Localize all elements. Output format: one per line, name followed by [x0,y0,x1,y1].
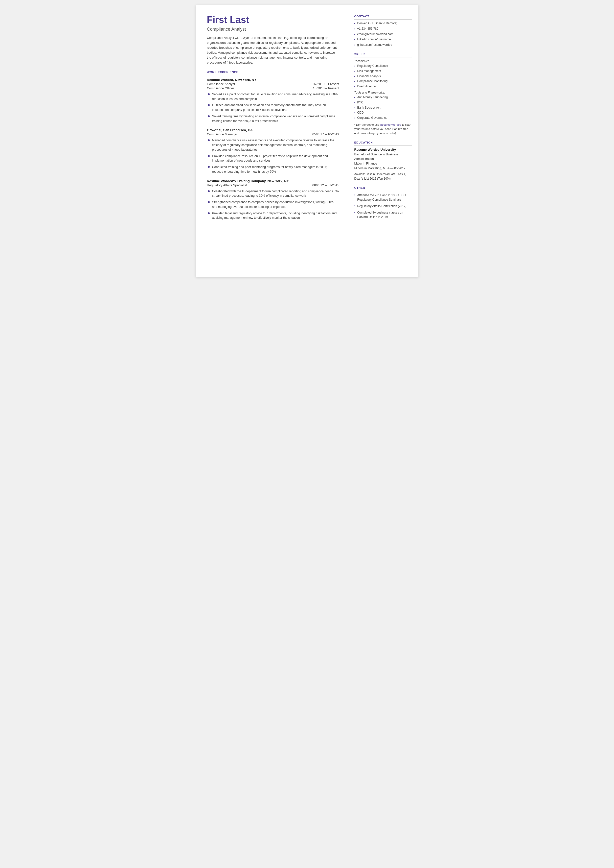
bullet-item: Managed compliance risk assessments and … [208,138,339,152]
bullet-dot [208,104,210,106]
other-section-label: OTHER [354,186,412,191]
tool-item: Bank Secrecy Act [354,106,412,110]
other-section: OTHER Attended the 2011 and 2013 NAFCU R… [354,186,412,219]
bullet-item: Provided compliance resource on 10 proje… [208,154,339,163]
contact-item-github: github.com/resumeworded [354,43,412,47]
company-block-2: Growthsi, San Francisco, CA Compliance M… [207,128,339,174]
role-title-2a: Compliance Manager [207,132,238,136]
role-title-1b: Compliance Officer [207,86,234,90]
contact-list: Denver, OH (Open to Remote) +1-234-456-7… [354,22,412,47]
bullet-item: Served as a point of contact for issue r… [208,92,339,101]
bullet-item: Outlined and analyzed new legislation an… [208,103,339,112]
candidate-summary: Compliance Analyst with 10 years of expe… [207,36,339,65]
bullets-2: Managed compliance risk assessments and … [208,138,339,174]
left-column: First Last Compliance Analyst Compliance… [196,5,348,277]
tools-label: Tools and Frameworks: [354,91,412,94]
tool-item: KYC [354,101,412,105]
bullet-dot [208,201,210,203]
promo-text: • Don't forget to use Resume Worded to s… [354,123,412,136]
company-name-1: Resume Worded, New York, NY [207,78,339,82]
contact-item-phone: +1-234-456-789 [354,27,412,31]
role-dates-1b: 10/2018 – Present [313,86,339,90]
skill-item: Risk Management [354,69,412,73]
candidate-name: First Last [207,15,339,25]
role-dates-1a: 07/2019 – Present [313,82,339,86]
role-title-3a: Regulatory Affairs Specialist [207,183,247,187]
bullets-3: Collaborated with the IT department to t… [208,189,339,220]
skills-section-label: SKILLS [354,53,412,57]
bullet-dot [208,212,210,214]
candidate-title: Compliance Analyst [207,27,339,32]
skill-item: Financial Analysis [354,75,412,79]
role-line-2a: Compliance Manager 05/2017 – 10/2019 [207,132,339,136]
tools-list: Anti Money Laundering KYC Bank Secrecy A… [354,96,412,120]
university-name: Resume Worded University [354,148,412,151]
tool-item: Anti Money Laundering [354,96,412,100]
other-item: Attended the 2011 and 2013 NAFCU Regulat… [354,193,412,202]
education-section: EDUCATION Resume Worded University Bache… [354,141,412,181]
bullet-dot [208,139,210,141]
contact-item-email: email@resumeworded.com [354,33,412,37]
other-item: Completed 8+ business classes on Harvard… [354,210,412,219]
contact-section-label: CONTACT [354,15,412,20]
skills-section: SKILLS Techniques: Regulatory Compliance… [354,53,412,136]
skill-item: Due Diligence [354,85,412,89]
bullet-dot [208,155,210,157]
right-column: CONTACT Denver, OH (Open to Remote) +1-2… [348,5,419,277]
other-list: Attended the 2011 and 2013 NAFCU Regulat… [354,193,412,219]
role-line-3a: Regulatory Affairs Specialist 08/2012 – … [207,183,339,187]
contact-item-linkedin: linkedin.com/in/username [354,37,412,42]
company-name-2: Growthsi, San Francisco, CA [207,128,339,132]
company-block-3: Resume Worded's Exciting Company, New Yo… [207,179,339,220]
skill-item: Regulatory Compliance [354,64,412,68]
resume-worded-link[interactable]: Resume Worded [380,123,402,126]
company-block-1: Resume Worded, New York, NY Compliance A… [207,78,339,123]
techniques-label: Techniques: [354,59,412,63]
role-line-1b: Compliance Officer 10/2018 – Present [207,86,339,90]
other-item: Regulatory Affairs Certification (2017) [354,204,412,208]
work-experience-label: WORK EXPERIENCE [207,70,339,74]
edu-awards: Awards: Best in Undergraduate Thesis, De… [354,172,412,181]
tool-item: CDD [354,111,412,115]
bullet-dot [208,93,210,95]
role-dates-3a: 08/2012 – 01/2015 [312,183,339,187]
edu-degree: Bachelor of Science in Business Administ… [354,152,412,171]
role-line-1a: Compliance Analyst 07/2019 – Present [207,82,339,86]
bullet-item: Conducted training and peer-mentoring pr… [208,165,339,174]
contact-section: CONTACT Denver, OH (Open to Remote) +1-2… [354,15,412,47]
contact-item-location: Denver, OH (Open to Remote) [354,22,412,26]
education-section-label: EDUCATION [354,141,412,146]
bullet-item: Provided legal and regulatory advice to … [208,211,339,220]
skill-item: Compliance Monitoring [354,79,412,84]
bullet-item: Collaborated with the IT department to t… [208,189,339,199]
tool-item: Corporate Governance [354,116,412,120]
bullet-item: Strengthened compliance to company polic… [208,200,339,209]
role-dates-2a: 05/2017 – 10/2019 [312,132,339,136]
company-name-3: Resume Worded's Exciting Company, New Yo… [207,179,339,183]
bullets-1: Served as a point of contact for issue r… [208,92,339,123]
bullet-dot [208,190,210,192]
bullet-dot [208,166,210,168]
resume-page: First Last Compliance Analyst Compliance… [196,5,419,277]
bullet-dot [208,115,210,117]
bullet-item: Saved training time by building an inter… [208,114,339,123]
role-title-1a: Compliance Analyst [207,82,235,86]
techniques-list: Regulatory Compliance Risk Management Fi… [354,64,412,89]
